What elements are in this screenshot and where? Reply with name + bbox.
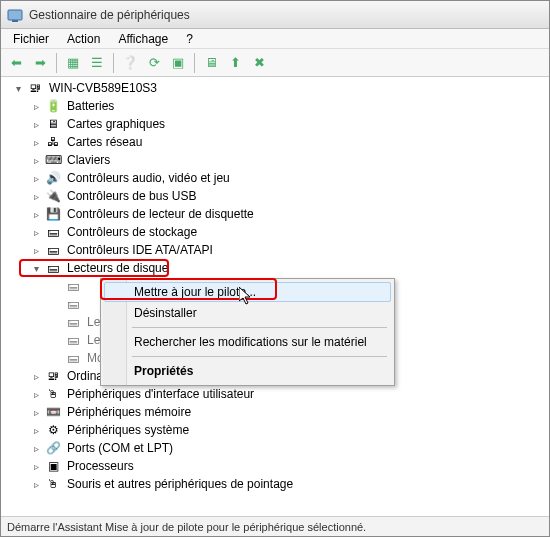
tree-row-label: Périphériques mémoire [65, 405, 193, 419]
network-icon: 🖧 [45, 134, 61, 150]
context-menu-separator [132, 356, 387, 357]
toolbar-separator [194, 53, 195, 73]
menu-action[interactable]: Action [59, 30, 108, 48]
tree-row-label: Ports (COM et LPT) [65, 441, 175, 455]
expand-icon[interactable]: ▹ [29, 369, 43, 383]
tree-row-label: Périphériques d'interface utilisateur [65, 387, 256, 401]
context-menu-separator [132, 327, 387, 328]
display-icon: 🖥 [45, 116, 61, 132]
port-icon: 🔗 [45, 440, 61, 456]
context-menu-item[interactable]: Mettre à jour le pilote... [104, 282, 391, 302]
tree-category[interactable]: ▹🔗Ports (COM et LPT) [5, 439, 545, 457]
expand-icon[interactable]: ▹ [29, 189, 43, 203]
system-icon: ⚙ [45, 422, 61, 438]
toolbar-separator [113, 53, 114, 73]
content-pane: ▾🖳WIN-CVB589E10S3▹🔋Batteries▹🖥Cartes gra… [1, 77, 549, 516]
expand-icon[interactable]: ▹ [29, 99, 43, 113]
titlebar: Gestionnaire de périphériques [1, 1, 549, 29]
window-title: Gestionnaire de périphériques [29, 8, 190, 22]
menu-fichier[interactable]: Fichier [5, 30, 57, 48]
tree-category[interactable]: ▹⚙Périphériques système [5, 421, 545, 439]
expand-icon[interactable]: ▹ [29, 477, 43, 491]
tree-category[interactable]: ▹🖱Souris et autres périphériques de poin… [5, 475, 545, 493]
disk-icon: 🖴 [65, 296, 81, 312]
expand-icon[interactable]: ▹ [29, 225, 43, 239]
expand-icon[interactable]: ▹ [29, 117, 43, 131]
toolbar-show-hidden-button[interactable]: ▦ [62, 52, 84, 74]
disk-icon: 🖴 [65, 314, 81, 330]
tree-row-label: Contrôleurs de lecteur de disquette [65, 207, 256, 221]
back-icon: ⬅ [11, 55, 22, 70]
expand-icon[interactable]: ▹ [29, 423, 43, 437]
toolbar-update-driver-button[interactable]: ⬆ [224, 52, 246, 74]
help-icon: ❔ [122, 55, 138, 70]
context-menu-item[interactable]: Propriétés [104, 360, 391, 382]
expand-icon[interactable]: ▹ [29, 207, 43, 221]
refresh-icon: ⟳ [149, 55, 160, 70]
toolbar-uninstall-button[interactable]: ✖ [248, 52, 270, 74]
svg-rect-0 [8, 10, 22, 20]
tree-category[interactable]: ▹🔋Batteries [5, 97, 545, 115]
collapse-icon[interactable]: ▾ [11, 81, 25, 95]
tree-category[interactable]: ▹🖴Contrôleurs IDE ATA/ATAPI [5, 241, 545, 259]
tree-category[interactable]: ▹⌨Claviers [5, 151, 545, 169]
tree-category[interactable]: ▹🖥Cartes graphiques [5, 115, 545, 133]
tree-category[interactable]: ▹🔊Contrôleurs audio, vidéo et jeu [5, 169, 545, 187]
toolbar-back-button[interactable]: ⬅ [5, 52, 27, 74]
root-icon: 🖳 [27, 80, 43, 96]
computer-icon: 🖳 [45, 368, 61, 384]
toolbar-stop-button[interactable]: ▣ [167, 52, 189, 74]
scan-hardware-icon: 🖥 [205, 55, 218, 70]
toolbar-help-button[interactable]: ❔ [119, 52, 141, 74]
mouse-icon: 🖱 [45, 476, 61, 492]
tree-category[interactable]: ▹🔌Contrôleurs de bus USB [5, 187, 545, 205]
tree-category[interactable]: ▹🖱Périphériques d'interface utilisateur [5, 385, 545, 403]
expand-icon[interactable]: ▹ [29, 153, 43, 167]
toolbar-properties-button[interactable]: ☰ [86, 52, 108, 74]
collapse-icon[interactable]: ▾ [29, 261, 43, 275]
expand-icon[interactable]: ▹ [29, 405, 43, 419]
tree-row-label: Contrôleurs de bus USB [65, 189, 198, 203]
disk-icon: 🖴 [65, 350, 81, 366]
tree-row-label: Contrôleurs IDE ATA/ATAPI [65, 243, 215, 257]
storage-ctrl-icon: 🖴 [45, 224, 61, 240]
expand-icon[interactable]: ▹ [29, 459, 43, 473]
ide-icon: 🖴 [45, 242, 61, 258]
expand-icon[interactable]: ▹ [29, 441, 43, 455]
menu-affichage[interactable]: Affichage [110, 30, 176, 48]
expand-icon[interactable]: ▹ [29, 171, 43, 185]
toolbar-separator [56, 53, 57, 73]
stop-icon: ▣ [172, 55, 184, 70]
expand-icon[interactable]: ▹ [29, 387, 43, 401]
uninstall-icon: ✖ [254, 55, 265, 70]
tree-category[interactable]: ▹💾Contrôleurs de lecteur de disquette [5, 205, 545, 223]
tree-root[interactable]: ▾🖳WIN-CVB589E10S3 [5, 79, 545, 97]
tree-category[interactable]: ▹🖴Contrôleurs de stockage [5, 223, 545, 241]
tree-category[interactable]: ▹🖧Cartes réseau [5, 133, 545, 151]
tree-category[interactable]: ▹📼Périphériques mémoire [5, 403, 545, 421]
expand-icon[interactable]: ▹ [29, 135, 43, 149]
tree-row-label: WIN-CVB589E10S3 [47, 81, 159, 95]
hid-icon: 🖱 [45, 386, 61, 402]
disk-icon: 🖴 [45, 260, 61, 276]
menu-aide[interactable]: ? [178, 30, 201, 48]
app-icon [7, 7, 23, 23]
svg-rect-1 [12, 20, 18, 22]
tree-category[interactable]: ▹▣Processeurs [5, 457, 545, 475]
toolbar-refresh-button[interactable]: ⟳ [143, 52, 165, 74]
toolbar-forward-button[interactable]: ➡ [29, 52, 51, 74]
tree-row-label: Contrôleurs audio, vidéo et jeu [65, 171, 232, 185]
toolbar-scan-hardware-button[interactable]: 🖥 [200, 52, 222, 74]
context-menu-item[interactable]: Rechercher les modifications sur le maté… [104, 331, 391, 353]
context-menu-label: Désinstaller [134, 306, 197, 320]
cpu-icon: ▣ [45, 458, 61, 474]
expand-icon[interactable]: ▹ [29, 243, 43, 257]
tree-row-label: Lecteurs de disque [65, 261, 170, 275]
update-driver-icon: ⬆ [230, 55, 241, 70]
statusbar-text: Démarre l'Assistant Mise à jour de pilot… [7, 521, 366, 533]
show-hidden-icon: ▦ [67, 55, 79, 70]
device-manager-window: Gestionnaire de périphériques Fichier Ac… [0, 0, 550, 537]
tree-category[interactable]: ▾🖴Lecteurs de disque [5, 259, 545, 277]
context-menu-item[interactable]: Désinstaller [104, 302, 391, 324]
disk-icon: 🖴 [65, 332, 81, 348]
